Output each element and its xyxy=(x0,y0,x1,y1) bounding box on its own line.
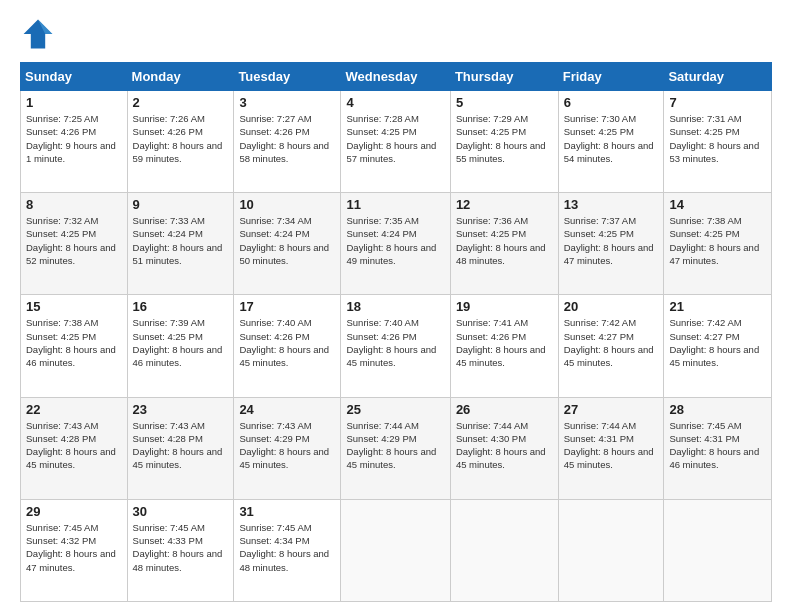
day-number: 12 xyxy=(456,197,553,212)
calendar-cell xyxy=(558,499,664,601)
day-info: Sunrise: 7:43 AMSunset: 4:28 PMDaylight:… xyxy=(133,420,223,471)
day-info: Sunrise: 7:26 AMSunset: 4:26 PMDaylight:… xyxy=(133,113,223,164)
weekday-header-friday: Friday xyxy=(558,63,664,91)
day-number: 23 xyxy=(133,402,229,417)
calendar-cell: 4 Sunrise: 7:28 AMSunset: 4:25 PMDayligh… xyxy=(341,91,450,193)
calendar-cell: 18 Sunrise: 7:40 AMSunset: 4:26 PMDaylig… xyxy=(341,295,450,397)
calendar-page: SundayMondayTuesdayWednesdayThursdayFrid… xyxy=(0,0,792,612)
day-number: 3 xyxy=(239,95,335,110)
day-info: Sunrise: 7:44 AMSunset: 4:30 PMDaylight:… xyxy=(456,420,546,471)
logo-icon xyxy=(20,16,56,52)
day-info: Sunrise: 7:44 AMSunset: 4:31 PMDaylight:… xyxy=(564,420,654,471)
day-info: Sunrise: 7:34 AMSunset: 4:24 PMDaylight:… xyxy=(239,215,329,266)
calendar-cell: 20 Sunrise: 7:42 AMSunset: 4:27 PMDaylig… xyxy=(558,295,664,397)
day-number: 25 xyxy=(346,402,444,417)
day-number: 4 xyxy=(346,95,444,110)
day-info: Sunrise: 7:29 AMSunset: 4:25 PMDaylight:… xyxy=(456,113,546,164)
calendar-cell: 6 Sunrise: 7:30 AMSunset: 4:25 PMDayligh… xyxy=(558,91,664,193)
day-info: Sunrise: 7:25 AMSunset: 4:26 PMDaylight:… xyxy=(26,113,116,164)
day-number: 13 xyxy=(564,197,659,212)
day-number: 11 xyxy=(346,197,444,212)
day-info: Sunrise: 7:38 AMSunset: 4:25 PMDaylight:… xyxy=(669,215,759,266)
weekday-header-sunday: Sunday xyxy=(21,63,128,91)
day-number: 22 xyxy=(26,402,122,417)
day-info: Sunrise: 7:37 AMSunset: 4:25 PMDaylight:… xyxy=(564,215,654,266)
calendar-cell: 29 Sunrise: 7:45 AMSunset: 4:32 PMDaylig… xyxy=(21,499,128,601)
day-number: 29 xyxy=(26,504,122,519)
calendar-cell: 10 Sunrise: 7:34 AMSunset: 4:24 PMDaylig… xyxy=(234,193,341,295)
calendar-cell: 11 Sunrise: 7:35 AMSunset: 4:24 PMDaylig… xyxy=(341,193,450,295)
weekday-header-saturday: Saturday xyxy=(664,63,772,91)
day-number: 14 xyxy=(669,197,766,212)
page-header xyxy=(20,16,772,52)
day-number: 27 xyxy=(564,402,659,417)
day-number: 28 xyxy=(669,402,766,417)
day-number: 20 xyxy=(564,299,659,314)
calendar-cell xyxy=(341,499,450,601)
calendar-cell: 8 Sunrise: 7:32 AMSunset: 4:25 PMDayligh… xyxy=(21,193,128,295)
day-number: 2 xyxy=(133,95,229,110)
day-info: Sunrise: 7:42 AMSunset: 4:27 PMDaylight:… xyxy=(669,317,759,368)
day-info: Sunrise: 7:27 AMSunset: 4:26 PMDaylight:… xyxy=(239,113,329,164)
day-info: Sunrise: 7:30 AMSunset: 4:25 PMDaylight:… xyxy=(564,113,654,164)
calendar-cell: 9 Sunrise: 7:33 AMSunset: 4:24 PMDayligh… xyxy=(127,193,234,295)
day-number: 10 xyxy=(239,197,335,212)
day-info: Sunrise: 7:41 AMSunset: 4:26 PMDaylight:… xyxy=(456,317,546,368)
day-number: 31 xyxy=(239,504,335,519)
day-number: 1 xyxy=(26,95,122,110)
day-info: Sunrise: 7:45 AMSunset: 4:31 PMDaylight:… xyxy=(669,420,759,471)
day-number: 9 xyxy=(133,197,229,212)
calendar-cell: 16 Sunrise: 7:39 AMSunset: 4:25 PMDaylig… xyxy=(127,295,234,397)
calendar-cell: 31 Sunrise: 7:45 AMSunset: 4:34 PMDaylig… xyxy=(234,499,341,601)
day-number: 8 xyxy=(26,197,122,212)
calendar-cell: 3 Sunrise: 7:27 AMSunset: 4:26 PMDayligh… xyxy=(234,91,341,193)
day-info: Sunrise: 7:38 AMSunset: 4:25 PMDaylight:… xyxy=(26,317,116,368)
weekday-header-thursday: Thursday xyxy=(450,63,558,91)
day-info: Sunrise: 7:45 AMSunset: 4:34 PMDaylight:… xyxy=(239,522,329,573)
calendar-cell: 23 Sunrise: 7:43 AMSunset: 4:28 PMDaylig… xyxy=(127,397,234,499)
weekday-header-monday: Monday xyxy=(127,63,234,91)
weekday-header-tuesday: Tuesday xyxy=(234,63,341,91)
day-info: Sunrise: 7:44 AMSunset: 4:29 PMDaylight:… xyxy=(346,420,436,471)
calendar-cell: 26 Sunrise: 7:44 AMSunset: 4:30 PMDaylig… xyxy=(450,397,558,499)
calendar-cell: 22 Sunrise: 7:43 AMSunset: 4:28 PMDaylig… xyxy=(21,397,128,499)
weekday-header-wednesday: Wednesday xyxy=(341,63,450,91)
day-info: Sunrise: 7:40 AMSunset: 4:26 PMDaylight:… xyxy=(239,317,329,368)
calendar-cell: 5 Sunrise: 7:29 AMSunset: 4:25 PMDayligh… xyxy=(450,91,558,193)
day-number: 21 xyxy=(669,299,766,314)
calendar-cell: 30 Sunrise: 7:45 AMSunset: 4:33 PMDaylig… xyxy=(127,499,234,601)
day-info: Sunrise: 7:40 AMSunset: 4:26 PMDaylight:… xyxy=(346,317,436,368)
calendar-cell: 24 Sunrise: 7:43 AMSunset: 4:29 PMDaylig… xyxy=(234,397,341,499)
day-info: Sunrise: 7:43 AMSunset: 4:28 PMDaylight:… xyxy=(26,420,116,471)
day-number: 6 xyxy=(564,95,659,110)
day-info: Sunrise: 7:33 AMSunset: 4:24 PMDaylight:… xyxy=(133,215,223,266)
calendar-cell: 28 Sunrise: 7:45 AMSunset: 4:31 PMDaylig… xyxy=(664,397,772,499)
calendar-cell: 7 Sunrise: 7:31 AMSunset: 4:25 PMDayligh… xyxy=(664,91,772,193)
calendar-cell: 14 Sunrise: 7:38 AMSunset: 4:25 PMDaylig… xyxy=(664,193,772,295)
day-info: Sunrise: 7:35 AMSunset: 4:24 PMDaylight:… xyxy=(346,215,436,266)
calendar-cell: 12 Sunrise: 7:36 AMSunset: 4:25 PMDaylig… xyxy=(450,193,558,295)
day-number: 7 xyxy=(669,95,766,110)
day-info: Sunrise: 7:32 AMSunset: 4:25 PMDaylight:… xyxy=(26,215,116,266)
logo xyxy=(20,16,62,52)
day-info: Sunrise: 7:45 AMSunset: 4:33 PMDaylight:… xyxy=(133,522,223,573)
day-info: Sunrise: 7:36 AMSunset: 4:25 PMDaylight:… xyxy=(456,215,546,266)
calendar-cell xyxy=(664,499,772,601)
calendar-cell xyxy=(450,499,558,601)
day-info: Sunrise: 7:28 AMSunset: 4:25 PMDaylight:… xyxy=(346,113,436,164)
calendar-cell: 21 Sunrise: 7:42 AMSunset: 4:27 PMDaylig… xyxy=(664,295,772,397)
day-number: 19 xyxy=(456,299,553,314)
day-info: Sunrise: 7:43 AMSunset: 4:29 PMDaylight:… xyxy=(239,420,329,471)
day-number: 18 xyxy=(346,299,444,314)
calendar-cell: 17 Sunrise: 7:40 AMSunset: 4:26 PMDaylig… xyxy=(234,295,341,397)
calendar-cell: 27 Sunrise: 7:44 AMSunset: 4:31 PMDaylig… xyxy=(558,397,664,499)
calendar-cell: 15 Sunrise: 7:38 AMSunset: 4:25 PMDaylig… xyxy=(21,295,128,397)
day-number: 5 xyxy=(456,95,553,110)
day-number: 15 xyxy=(26,299,122,314)
calendar-table: SundayMondayTuesdayWednesdayThursdayFrid… xyxy=(20,62,772,602)
calendar-cell: 1 Sunrise: 7:25 AMSunset: 4:26 PMDayligh… xyxy=(21,91,128,193)
day-info: Sunrise: 7:39 AMSunset: 4:25 PMDaylight:… xyxy=(133,317,223,368)
calendar-cell: 13 Sunrise: 7:37 AMSunset: 4:25 PMDaylig… xyxy=(558,193,664,295)
calendar-cell: 19 Sunrise: 7:41 AMSunset: 4:26 PMDaylig… xyxy=(450,295,558,397)
day-number: 30 xyxy=(133,504,229,519)
